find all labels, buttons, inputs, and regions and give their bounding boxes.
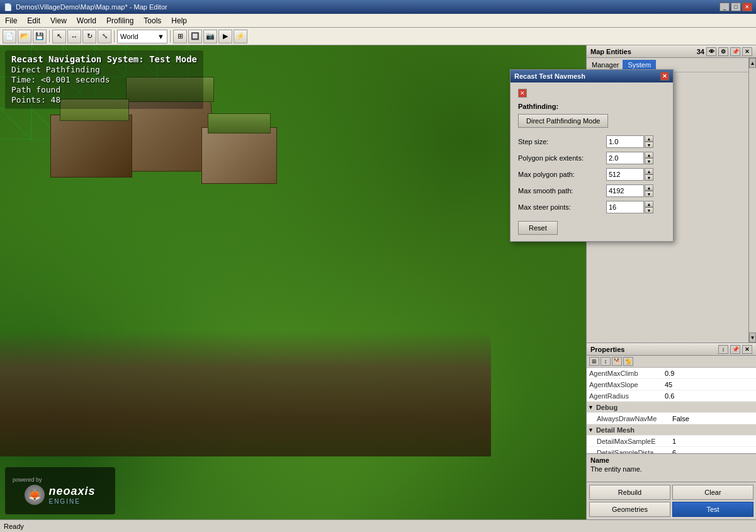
reset-button[interactable]: Reset bbox=[518, 221, 558, 235]
recast-dialog-body: ✕ Pathfinding: Direct Pathfinding Mode S… bbox=[511, 82, 673, 241]
prop-agent-max-climb-value: 0.9 bbox=[665, 370, 753, 377]
maximize-button[interactable]: □ bbox=[731, 3, 741, 11]
status-bar: Ready bbox=[0, 519, 756, 532]
properties-pin-btn[interactable]: 📌 bbox=[730, 345, 740, 354]
scroll-down-btn[interactable]: ▼ bbox=[749, 332, 756, 342]
properties-content: AgentMaxClimb 0.9 AgentMaxSlope 45 Agent… bbox=[587, 368, 756, 453]
polygon-pick-input[interactable] bbox=[606, 152, 644, 164]
logo-area: powered by 🦊 neoaxis ENGINE bbox=[5, 467, 115, 514]
title-bar-left: 📄 Demos\VillageDemo\Map\Map.map* - Map E… bbox=[4, 3, 167, 11]
app-icon: 📄 bbox=[4, 3, 13, 11]
step-size-input[interactable] bbox=[606, 135, 644, 148]
prop-agent-radius-name: AgentRadius bbox=[589, 392, 665, 400]
menu-help[interactable]: Help bbox=[166, 15, 192, 26]
debug-expand-icon[interactable]: ▼ bbox=[588, 404, 594, 410]
detail-mesh-expand-icon[interactable]: ▼ bbox=[588, 427, 594, 433]
scroll-up-btn[interactable]: ▲ bbox=[749, 58, 756, 68]
step-size-down[interactable]: ▼ bbox=[645, 142, 653, 148]
prop-agent-max-slope: AgentMaxSlope 45 bbox=[587, 379, 756, 390]
map-entities-close-btn[interactable]: ✕ bbox=[742, 47, 752, 56]
toolbar-new[interactable]: 📄 bbox=[3, 30, 16, 43]
prop-toolbar-btn2[interactable]: ↕ bbox=[601, 357, 611, 366]
toolbar-move[interactable]: ↔ bbox=[67, 30, 81, 43]
properties-controls: ↕ 📌 ✕ bbox=[718, 345, 752, 354]
properties-close-btn[interactable]: ✕ bbox=[742, 345, 752, 354]
cliff-area bbox=[0, 331, 491, 456]
map-entities-controls: 34 👁 ⚙ 📌 ✕ bbox=[697, 47, 752, 56]
menu-edit[interactable]: Edit bbox=[22, 15, 45, 26]
toolbar-camera[interactable]: 📷 bbox=[203, 30, 217, 43]
step-size-spinner: ▲ ▼ bbox=[645, 135, 653, 148]
minimize-button[interactable]: _ bbox=[719, 3, 730, 11]
prop-detail-mesh-name: Detail Mesh bbox=[596, 426, 672, 434]
test-button[interactable]: Test bbox=[672, 502, 753, 517]
prop-detail-sample-dist-name: DetailSampleDista bbox=[597, 449, 672, 454]
recast-dialog-title-text: Recast Test Navmesh bbox=[514, 72, 585, 80]
map-entities-pin-btn[interactable]: 📌 bbox=[730, 47, 740, 56]
polygon-pick-down[interactable]: ▼ bbox=[645, 158, 653, 164]
max-smooth-input[interactable] bbox=[606, 184, 644, 197]
toolbar-snap[interactable]: 🔲 bbox=[188, 30, 202, 43]
name-description-area: Name The entity name. bbox=[587, 453, 756, 482]
max-polygon-up[interactable]: ▲ bbox=[645, 168, 653, 174]
menu-world[interactable]: World bbox=[72, 15, 101, 26]
building-2 bbox=[50, 115, 132, 178]
max-steer-up[interactable]: ▲ bbox=[645, 201, 653, 207]
close-button[interactable]: ✕ bbox=[742, 3, 752, 11]
direct-pathfinding-mode-button[interactable]: Direct Pathfinding Mode bbox=[518, 114, 608, 128]
max-smooth-down[interactable]: ▼ bbox=[645, 191, 653, 197]
max-steer-down[interactable]: ▼ bbox=[645, 207, 653, 213]
title-bar-controls[interactable]: _ □ ✕ bbox=[719, 3, 752, 11]
polygon-pick-up[interactable]: ▲ bbox=[645, 152, 653, 158]
world-dropdown[interactable]: World ▼ bbox=[117, 30, 167, 43]
properties-sort-btn[interactable]: ↕ bbox=[718, 345, 728, 354]
max-polygon-down[interactable]: ▼ bbox=[645, 174, 653, 181]
prop-toolbar-btn1[interactable]: ⊞ bbox=[589, 357, 599, 366]
logo-name: neoaxis bbox=[48, 485, 95, 498]
toolbar-grid[interactable]: ⊞ bbox=[173, 30, 187, 43]
toolbar-extra[interactable]: ⚡ bbox=[234, 30, 247, 43]
prop-agent-max-climb-name: AgentMaxClimb bbox=[589, 370, 665, 377]
map-entities-settings-btn[interactable]: ⚙ bbox=[718, 47, 728, 56]
max-steer-input[interactable] bbox=[606, 201, 644, 213]
toolbar-select[interactable]: ↖ bbox=[52, 30, 66, 43]
max-smooth-row: Max smooth path: ▲ ▼ bbox=[518, 184, 665, 197]
menu-profiling[interactable]: Profiling bbox=[101, 15, 138, 26]
prop-toolbar-btn4[interactable]: 🐈 bbox=[623, 357, 633, 366]
geometries-button[interactable]: Geometries bbox=[589, 502, 670, 517]
bottom-buttons: Rebuild Clear Geometries Test bbox=[587, 482, 756, 519]
toolbar-sep3 bbox=[170, 30, 171, 43]
map-entities-header: Map Entities 34 👁 ⚙ 📌 ✕ bbox=[587, 45, 756, 58]
menu-view[interactable]: View bbox=[45, 15, 72, 26]
map-entities-scrollbar[interactable]: ▼ ▲ bbox=[748, 58, 756, 342]
recast-dialog-title-bar: Recast Test Navmesh ✕ bbox=[511, 70, 673, 82]
step-size-row: Step size: ▲ ▼ bbox=[518, 135, 665, 148]
viewport[interactable]: Recast Navigation System: Test Mode Dire… bbox=[0, 45, 586, 519]
prop-always-draw-value: False bbox=[672, 415, 753, 422]
max-smooth-up[interactable]: ▲ bbox=[645, 184, 653, 191]
map-entities-eye-btn[interactable]: 👁 bbox=[706, 47, 716, 56]
toolbar-open[interactable]: 📂 bbox=[18, 30, 31, 43]
max-steer-row: Max steer points: ▲ ▼ bbox=[518, 201, 665, 213]
toolbar-render[interactable]: ▶ bbox=[218, 30, 232, 43]
recast-inner-close-btn[interactable]: ✕ bbox=[518, 89, 527, 98]
map-entities-title: Map Entities bbox=[590, 48, 631, 55]
menu-file[interactable]: File bbox=[0, 15, 22, 26]
prop-toolbar-btn3[interactable]: 🐕 bbox=[612, 357, 622, 366]
prop-agent-max-climb: AgentMaxClimb 0.9 bbox=[587, 368, 756, 379]
rebuild-button[interactable]: Rebuild bbox=[589, 485, 670, 500]
tab-manager[interactable]: Manager bbox=[589, 60, 621, 70]
max-polygon-input[interactable] bbox=[606, 168, 644, 181]
building-3 bbox=[201, 127, 277, 184]
toolbar-rotate[interactable]: ↻ bbox=[82, 30, 96, 43]
toolbar-save[interactable]: 💾 bbox=[33, 30, 47, 43]
prop-detail-max-sample-name: DetailMaxSampleE bbox=[597, 438, 672, 445]
menu-tools[interactable]: Tools bbox=[138, 15, 166, 26]
btn-row-1: Rebuild Clear bbox=[589, 485, 753, 500]
step-size-up[interactable]: ▲ bbox=[645, 135, 653, 142]
toolbar-scale[interactable]: ⤡ bbox=[98, 30, 111, 43]
tab-system[interactable]: System bbox=[623, 60, 656, 70]
building-3-roof bbox=[208, 113, 271, 133]
clear-button[interactable]: Clear bbox=[672, 485, 753, 500]
recast-dialog-close-button[interactable]: ✕ bbox=[660, 72, 669, 81]
